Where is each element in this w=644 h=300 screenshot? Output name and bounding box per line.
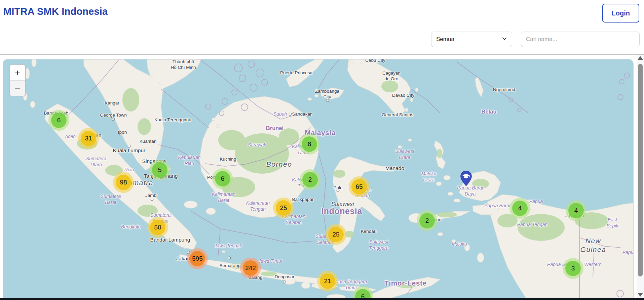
town-dot	[326, 99, 329, 102]
cluster-count: 4	[512, 201, 528, 216]
cluster-marker[interactable]: 25	[326, 224, 346, 245]
map-canvas[interactable]: Thành phố Hồ Chí MinhPuerto PrincesaCebu…	[3, 59, 634, 298]
cluster-count: 6	[355, 289, 371, 298]
cluster-marker[interactable]: 8	[299, 134, 320, 155]
footer-bar	[0, 298, 644, 300]
cluster-count: 65	[351, 179, 367, 195]
cluster-count: 6	[215, 171, 230, 186]
cluster-marker[interactable]: 50	[147, 217, 168, 238]
cluster-marker[interactable]: 4	[509, 198, 530, 219]
app-title: MITRA SMK Indonesia	[3, 6, 108, 17]
cluster-count: 31	[81, 131, 96, 146]
town-dot	[228, 257, 231, 260]
cluster-marker[interactable]: 2	[417, 210, 438, 231]
town-dot	[112, 118, 115, 121]
cluster-marker[interactable]: 595	[187, 248, 208, 269]
cluster-count: 3	[565, 261, 581, 276]
cluster-marker[interactable]: 242	[240, 258, 261, 278]
cluster-marker[interactable]: 6	[212, 168, 233, 189]
cluster-marker[interactable]: 4	[566, 200, 586, 221]
map-zoom-control: + −	[9, 65, 26, 96]
cluster-marker[interactable]: 98	[113, 172, 134, 193]
cluster-marker[interactable]: 31	[78, 128, 99, 149]
cluster-marker[interactable]: 65	[349, 176, 370, 197]
cluster-marker[interactable]: 3	[563, 258, 583, 279]
cluster-count: 2	[302, 172, 318, 187]
town-dot	[128, 145, 131, 148]
cluster-count: 25	[328, 227, 344, 242]
town-dot	[283, 281, 286, 284]
scrollbar-down-arrow-icon[interactable]	[638, 293, 643, 297]
toolbar-divider	[0, 54, 644, 54]
cluster-marker[interactable]: 25	[273, 198, 294, 218]
scrollbar-thumb[interactable]	[638, 64, 643, 276]
search-input[interactable]	[521, 32, 640, 47]
chevron-down-icon	[502, 36, 507, 43]
cluster-count: 2	[419, 213, 435, 228]
scrollbar-up-arrow-icon[interactable]	[638, 56, 643, 60]
cluster-marker[interactable]: 5	[149, 160, 170, 180]
cluster-count: 6	[51, 113, 67, 128]
school-pin-marker[interactable]	[460, 171, 472, 186]
filter-toolbar: Semua	[0, 27, 644, 54]
category-select-value: Semua	[436, 36, 454, 43]
cluster-count: 25	[276, 200, 291, 216]
app-header: MITRA SMK Indonesia Login	[0, 0, 644, 27]
cluster-count: 4	[568, 203, 584, 218]
cluster-count: 98	[116, 175, 131, 190]
vertical-scrollbar[interactable]	[637, 55, 644, 298]
login-button-label: Login	[612, 9, 630, 17]
cluster-count: 5	[152, 162, 167, 178]
town-dot	[337, 189, 340, 192]
cluster-marker[interactable]: 21	[317, 271, 338, 292]
cluster-count: 21	[320, 273, 335, 289]
cluster-marker[interactable]: 2	[300, 169, 320, 190]
zoom-in-button[interactable]: +	[10, 65, 25, 80]
town-dot	[151, 198, 154, 201]
cluster-count: 595	[190, 251, 205, 266]
town-dot	[289, 113, 292, 116]
cluster-count: 242	[243, 260, 258, 276]
cluster-count: 8	[302, 136, 317, 152]
cluster-marker[interactable]: 6	[48, 110, 69, 131]
login-button[interactable]: Login	[602, 4, 639, 23]
cluster-count: 50	[150, 220, 165, 235]
category-select[interactable]: Semua	[431, 32, 512, 47]
zoom-out-button[interactable]: −	[10, 80, 25, 96]
